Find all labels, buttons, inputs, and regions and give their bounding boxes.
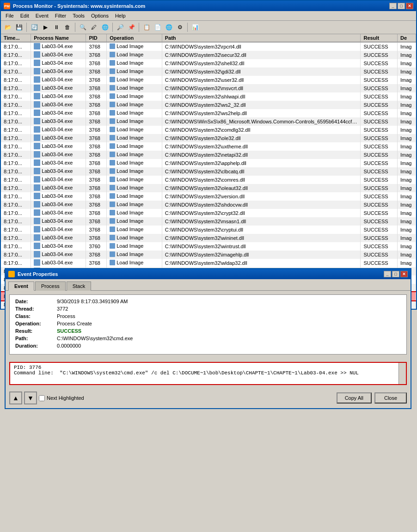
toolbar-save[interactable]: 💾: [14, 22, 24, 32]
col-path[interactable]: Path: [162, 34, 361, 42]
toolbar-net[interactable]: 🌐: [164, 22, 174, 32]
table-row[interactable]: 8:17:0... Lab03-04.exe 3760 Load Image C…: [1, 242, 416, 251]
toolbar-proc[interactable]: ⚙: [175, 22, 185, 32]
table-row[interactable]: 8:17:0... Lab03-04.exe 3768 Load Image C…: [1, 167, 416, 176]
menu-tools[interactable]: Tools: [70, 12, 87, 19]
table-row[interactable]: 8:17:0... Lab03-04.exe 3768 Load Image C…: [1, 184, 416, 192]
cell-path: C:\WINDOWS\system32\version.dll: [162, 192, 361, 201]
table-row[interactable]: 8:17:0... Lab03-04.exe 3768 Load Image C…: [1, 209, 416, 217]
col-time[interactable]: Time...: [1, 34, 31, 42]
col-process[interactable]: Process Name: [31, 34, 86, 42]
cell-result: SUCCESS: [361, 242, 398, 251]
maximize-button[interactable]: □: [398, 3, 405, 9]
cell-detail: Imag: [398, 142, 416, 151]
table-row[interactable]: 8:17:0... Lab03-04.exe 3768 Load Image C…: [1, 151, 416, 159]
cell-pid: 3768: [86, 217, 107, 226]
toolbar-highlight[interactable]: 🖊: [89, 22, 99, 32]
cell-path: C:\WINDOWS\system32\rpcrt4.dll: [162, 42, 361, 51]
toolbar-tree[interactable]: 🌐: [100, 22, 110, 32]
prop-result-row: Result: SUCCESS: [15, 328, 401, 334]
cell-process: Lab03-04.exe: [31, 209, 86, 217]
table-row[interactable]: 8:17:0... Lab03-04.exe 3768 Load Image C…: [1, 217, 416, 226]
tab-process[interactable]: Process: [35, 281, 66, 291]
col-pid[interactable]: PID: [86, 34, 107, 42]
cell-pid: 3768: [86, 142, 107, 151]
copy-all-button[interactable]: Copy All: [337, 392, 372, 404]
table-row[interactable]: 8:17:0... Lab03-04.exe 3768 Load Image C…: [1, 59, 416, 67]
menu-file[interactable]: File: [3, 12, 17, 19]
cmdline-scrollbar[interactable]: [399, 363, 406, 384]
menu-edit[interactable]: Edit: [18, 12, 32, 19]
cell-result: SUCCESS: [361, 76, 398, 84]
table-row[interactable]: 8:17:0... Lab03-04.exe 3768 Load Image C…: [1, 76, 416, 84]
cell-time: 8:17:0...: [1, 59, 31, 67]
table-row[interactable]: 8:17:0... Lab03-04.exe 3768 Load Image C…: [1, 109, 416, 117]
table-row[interactable]: 8:17:0... Lab03-04.exe 3768 Load Image C…: [1, 117, 416, 126]
cell-pid: 3768: [86, 134, 107, 142]
menu-options[interactable]: Options: [88, 12, 111, 19]
col-op[interactable]: Operation: [107, 34, 162, 42]
cell-process: Lab03-04.exe: [31, 176, 86, 184]
table-row[interactable]: 8:17:0... Lab03-04.exe 3768 Load Image C…: [1, 251, 416, 259]
toolbar-find[interactable]: 🔎: [115, 22, 125, 32]
table-row[interactable]: 8:17:0... Lab03-04.exe 3768 Load Image C…: [1, 126, 416, 134]
next-highlighted-checkbox[interactable]: [39, 395, 45, 401]
cell-path: C:\WINDOWS\system32\ws2help.dll: [162, 109, 361, 117]
cell-pid: 3768: [86, 151, 107, 159]
toolbar-chart[interactable]: 📊: [190, 22, 200, 32]
table-row[interactable]: 8:17:0... Lab03-04.exe 3768 Load Image C…: [1, 134, 416, 142]
op-icon: [110, 202, 115, 207]
dialog-close-btn[interactable]: Close: [374, 392, 407, 404]
cell-path: C:\WINDOWS\system32\apphelp.dll: [162, 159, 361, 167]
tab-event[interactable]: Event: [8, 281, 34, 291]
cell-time: 8:17:0...: [1, 142, 31, 151]
toolbar-open[interactable]: 📂: [3, 22, 13, 32]
toolbar-play[interactable]: ⏸: [51, 22, 61, 32]
cell-pid: 3768: [86, 92, 107, 101]
table-row[interactable]: 8:17:0... Lab03-04.exe 3768 Load Image C…: [1, 159, 416, 167]
table-row[interactable]: 8:17:0... Lab03-04.exe 3768 Load Image C…: [1, 84, 416, 92]
minimize-button[interactable]: _: [389, 3, 397, 9]
toolbar-bookmark[interactable]: 📌: [126, 22, 136, 32]
menu-help[interactable]: Help: [112, 12, 129, 19]
close-button[interactable]: ✕: [406, 3, 413, 9]
dialog-close-button[interactable]: ✕: [400, 271, 408, 277]
cell-path: C:\WINDOWS\system32\ws2_32.dll: [162, 101, 361, 109]
table-row[interactable]: 8:17:0... Lab03-04.exe 3768 Load Image C…: [1, 201, 416, 209]
toolbar-clear[interactable]: 🗑: [62, 22, 73, 32]
toolbar-fs[interactable]: 📄: [153, 22, 163, 32]
toolbar-forward[interactable]: ▶: [40, 22, 50, 32]
dialog-maximize-button[interactable]: □: [392, 271, 399, 277]
table-row[interactable]: 8:17:0... Lab03-04.exe 3768 Load Image C…: [1, 192, 416, 201]
toolbar-filter[interactable]: 🔍: [78, 22, 88, 32]
prev-button[interactable]: ▲: [9, 391, 22, 404]
table-row[interactable]: 8:17:0... Lab03-04.exe 3768 Load Image C…: [1, 176, 416, 184]
table-row[interactable]: 8:17:0... Lab03-04.exe 3768 Load Image C…: [1, 101, 416, 109]
table-row[interactable]: 8:17:0... Lab03-04.exe 3768 Load Image C…: [1, 226, 416, 234]
process-icon: [34, 218, 40, 224]
table-row[interactable]: 8:17:0... Lab03-04.exe 3768 Load Image C…: [1, 142, 416, 151]
cell-detail: Imag: [398, 192, 416, 201]
table-row[interactable]: 8:17:0... Lab03-04.exe 3768 Load Image C…: [1, 42, 416, 51]
table-row[interactable]: 8:17:0... Lab03-04.exe 3768 Load Image C…: [1, 92, 416, 101]
dialog-minimize-button[interactable]: _: [384, 271, 391, 277]
col-result[interactable]: Result: [361, 34, 398, 42]
toolbar-reg[interactable]: 📋: [141, 22, 152, 32]
table-row[interactable]: 8:17:0... Lab03-04.exe 3768 Load Image C…: [1, 259, 416, 267]
cell-time: 8:17:0...: [1, 192, 31, 201]
table-row[interactable]: 8:17:0... Lab03-04.exe 3768 Load Image C…: [1, 234, 416, 242]
process-icon: [34, 176, 40, 183]
table-row[interactable]: 8:17:0... Lab03-04.exe 3768 Load Image C…: [1, 67, 416, 76]
cell-pid: 3768: [86, 167, 107, 176]
toolbar-back[interactable]: 🔄: [29, 22, 39, 32]
menu-event[interactable]: Event: [33, 12, 51, 19]
col-detail[interactable]: De: [398, 34, 416, 42]
op-icon: [110, 127, 115, 132]
next-button[interactable]: ▼: [24, 391, 37, 404]
table-row[interactable]: 8:17:0... Lab03-04.exe 3768 Load Image C…: [1, 51, 416, 59]
dialog-title-left: Event Properties: [8, 271, 58, 277]
menu-filter[interactable]: Filter: [52, 12, 69, 19]
tab-stack[interactable]: Stack: [67, 281, 92, 291]
cmdline-label: Command line:: [14, 370, 54, 376]
cell-result: SUCCESS: [361, 67, 398, 76]
